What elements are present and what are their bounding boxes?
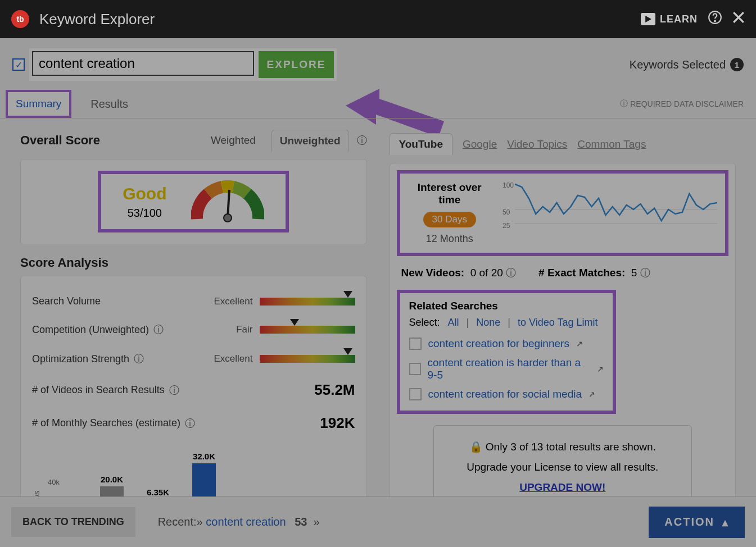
learn-button[interactable]: LEARN <box>641 13 698 25</box>
svg-point-2 <box>714 21 716 22</box>
help-icon[interactable] <box>708 10 722 28</box>
close-icon[interactable] <box>732 11 745 27</box>
app-header: tb Keyword Explorer LEARN <box>0 0 756 38</box>
app-logo: tb <box>11 10 29 28</box>
learn-label: LEARN <box>660 13 698 25</box>
svg-marker-0 <box>645 16 651 22</box>
dim-overlay <box>0 0 756 547</box>
app-title: Keyword Explorer <box>39 11 155 28</box>
play-icon <box>641 13 655 25</box>
